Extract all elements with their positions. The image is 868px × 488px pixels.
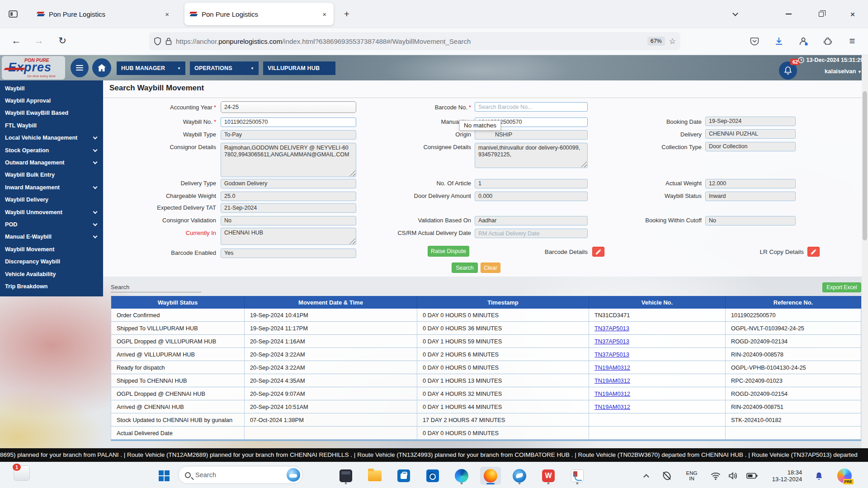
barcode-no-input[interactable] [475,102,588,112]
vehicle-link[interactable]: TN19AM0312 [594,364,630,371]
sidebar-item-manual-e-waybill[interactable]: Manual E-Waybill [0,231,103,243]
new-tab-button[interactable]: + [340,7,354,21]
export-excel-button[interactable]: Export Excel [822,282,861,292]
hub-label[interactable]: VILLUPURAM HUB [263,61,335,75]
sidebar-item-ftl-waybill[interactable]: FTL Waybill [0,119,103,131]
sidebar-item-vehicle-availability[interactable]: Vehicle Availability [0,268,103,280]
taskbar-thunderbird[interactable] [509,467,530,485]
chevron-down-icon [93,222,98,226]
app-menu-button[interactable] [71,58,89,77]
lock-icon[interactable] [165,37,172,45]
delivery-type-label: Delivery Type [112,180,216,187]
currently-in-textarea[interactable]: CHENNAI HUB [221,228,356,245]
lr-copy-details-edit-button[interactable] [807,247,820,257]
chargeable-weight-label: Chargeable Weight [112,192,216,199]
taskbar-search[interactable]: Search [178,466,303,484]
sidebar-item-pod[interactable]: POD [0,218,103,230]
sidebar-item-waybill-movement[interactable]: Waybill Movement [0,243,103,255]
vehicle-link[interactable]: TN19AM0312 [594,404,630,410]
table-cell: TN19AM0312 [589,361,726,374]
sidebar-item-stock-operation[interactable]: Stock Operation [0,144,103,156]
firefox-view-icon[interactable] [6,7,20,21]
windows-logo-icon [159,470,170,481]
accounting-year-select[interactable]: 24-25 [221,101,356,113]
sidebar-item-inward-management[interactable]: Inward Management [0,181,103,193]
tray-volume[interactable] [725,467,741,485]
vehicle-link[interactable]: TN37AP5013 [594,351,629,358]
taskbar-wps-office[interactable]: W [538,467,559,485]
sidebar-item-waybill-approval[interactable]: Waybill Approval [0,94,103,107]
sidebar-item-local-vehicle-management[interactable]: Local Vehicle Management [0,132,103,144]
tray-touchpad[interactable] [658,467,675,485]
tray-battery[interactable] [743,467,760,485]
window-restore-button[interactable] [813,6,829,22]
back-button[interactable]: ← [7,32,25,50]
cs-rm-actual-delivery-date-input[interactable] [475,229,588,238]
sidebar-item-waybill-unmovement[interactable]: Waybill Unmovement [0,206,103,218]
clear-button[interactable]: Clear [481,263,500,273]
account-icon[interactable] [796,33,811,49]
sidebar-item-waybill-delivery[interactable]: Waybill Delivery [0,194,103,206]
vehicle-link[interactable]: TN37AP5013 [594,338,629,345]
zoom-level-chip[interactable]: 67% [647,37,665,46]
browser-tab-2[interactable]: Pon Pure Logistics × [184,3,334,25]
user-menu[interactable]: kalaiselvan ▼ [825,68,862,75]
tray-clock[interactable]: 18:3413-12-2024 [766,467,808,485]
page-scrollbar[interactable] [862,55,868,462]
scrollbar-thumb[interactable] [863,91,867,240]
consignor-details-textarea[interactable]: Rajmohan,GODOWN DELIVERY @ NEYVELI-60780… [221,143,356,177]
tray-show-hidden-icons[interactable] [638,467,654,485]
module-dropdown[interactable]: OPERATIONS▼ [190,61,259,75]
consignee-details-textarea[interactable]: manivel,thiruvallur door delivery-600099… [475,143,588,168]
sidebar-item-waybill-ewaybill-based[interactable]: Waybill EwayBill Based [0,107,103,119]
sidebar-item-waybill-bulk-entry[interactable]: Waybill Bulk Entry [0,169,103,181]
brand-swoosh [4,68,25,70]
taskbar-snipping-tool[interactable] [567,467,588,485]
sidebar-item-trip-breakdown[interactable]: Trip Breakdown [0,280,103,292]
consignor-validation-label: Consignor Validation [112,217,216,224]
extensions-icon[interactable] [820,33,835,49]
sidebar-item-discrepancy-waybill[interactable]: Discrepancy Waybill [0,255,103,267]
barcode-details-edit-button[interactable] [592,247,604,257]
sidebar-item-outward-management[interactable]: Outward Management [0,156,103,169]
vehicle-link[interactable]: TN37AP5013 [594,325,629,332]
role-dropdown[interactable]: HUB MANAGER▼ [117,61,185,75]
reload-button[interactable]: ↻ [53,32,71,50]
address-bar[interactable]: https://anchor.ponpurelogistics.com/inde… [149,32,680,50]
tab-close-icon[interactable]: × [321,9,328,19]
start-button[interactable] [154,467,175,485]
downloads-icon[interactable] [771,33,787,49]
list-tabs-icon[interactable] [727,6,743,22]
tray-copilot[interactable]: PRE [834,467,855,485]
table-filter-input[interactable]: Search [111,284,201,292]
sidebar-item-waybill[interactable]: Waybill [0,82,103,94]
taskbar-edge[interactable] [451,467,472,485]
browser-tab-1[interactable]: Pon Pure Logistics × [32,3,176,25]
vehicle-link[interactable]: TN19AM0312 [594,377,630,384]
bookmark-star-icon[interactable]: ☆ [669,37,676,46]
tray-language[interactable]: ENGIN [682,467,702,485]
waybill-no-input[interactable]: 10119022500570 [221,117,356,127]
weather-widget-icon[interactable] [287,468,300,482]
table-cell: Shipped To CHENNAI HUB [111,374,245,387]
taskbar-firefox[interactable] [480,467,501,485]
tray-wifi[interactable] [708,467,723,485]
taskbar-file-explorer[interactable] [364,467,385,485]
tray-notifications[interactable] [811,467,826,485]
tab-close-icon[interactable]: × [163,9,171,19]
window-close-button[interactable]: × [844,6,861,22]
brand-logo[interactable]: PON PURE Expres On time every time [2,56,65,80]
vehicle-link[interactable]: TN19AM0312 [594,390,630,397]
pocket-icon[interactable] [747,33,762,49]
taskbar-outlook[interactable] [422,467,443,485]
booking-date-label: Booking Date [616,118,702,125]
menu-icon[interactable]: ≡ [844,33,860,49]
tracking-shield-icon[interactable] [154,37,161,46]
search-button[interactable]: Search [452,263,478,273]
window-minimize-button[interactable] [780,6,797,22]
taskbar-microsoft-store[interactable] [393,467,414,485]
home-button[interactable] [92,58,111,77]
raise-dispute-button[interactable]: Raise Dispute [428,246,469,257]
taskbar-app-window[interactable] [335,467,356,485]
table-cell: Stock Updated to CHENNAI HUB by gunalan [111,413,245,427]
